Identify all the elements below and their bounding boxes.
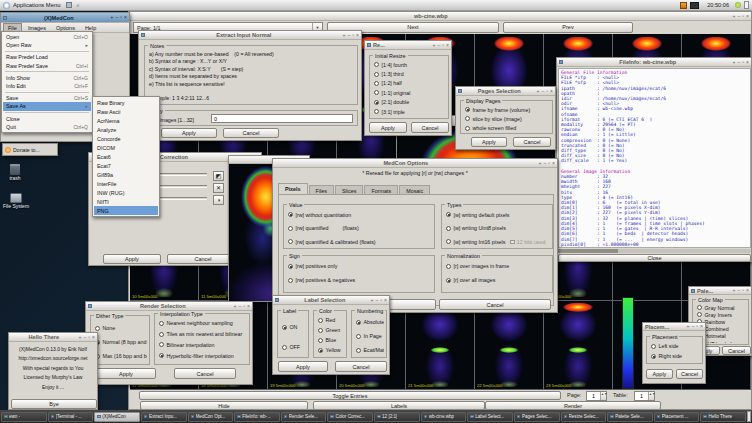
taskbar-item-pages-selec[interactable]: Pages Selec... [514,412,560,422]
apply-button[interactable]: Apply [471,137,507,147]
minimize-icon[interactable]: – [376,298,379,303]
radio-option-off[interactable]: OFF [282,337,306,356]
updates-icon[interactable] [735,2,741,8]
radio-icon[interactable] [697,305,702,310]
minimize-icon[interactable]: – [438,43,441,48]
radio-icon[interactable] [651,344,656,349]
shade-icon[interactable]: + [234,304,237,309]
radio-icon[interactable] [288,278,293,283]
radio-option-none[interactable]: None [95,321,147,335]
label-selection-titlebar[interactable]: Label Selection +–▫× [273,296,389,305]
radio-option-bilinear-interpolation[interactable]: Bilinear interpolation [159,340,247,351]
radio-option-left-side[interactable]: Left side [651,341,700,351]
menu-item-raw-binary[interactable]: Raw Binary [94,98,158,107]
maximize-icon[interactable]: ▫ [696,324,698,329]
minimize-icon[interactable]: – [542,89,545,94]
maximize-icon[interactable]: ▫ [88,335,90,340]
taskbar-item-12-2-1[interactable]: 12 [2:1] [374,412,420,422]
apply-button[interactable]: Apply [646,369,673,379]
radio-option-w-writing-uint8-pixels[interactable]: [w] writing Uint8 pixels [446,222,550,236]
taskbar-item-wb-cine-wbp[interactable]: wb-cine.wbp [421,412,467,422]
shade-icon[interactable]: + [371,298,374,303]
close-icon[interactable]: × [746,14,749,19]
palette-titlebar[interactable]: Pale... +–▫× [689,287,751,295]
radio-option-w-writing-default-pixels[interactable]: [w] writing default pixels [446,208,550,222]
cancel-button[interactable]: Cancel [411,122,449,133]
radio-icon[interactable] [282,325,287,330]
taskbar-item-extract-inpu[interactable]: Extract Inpu... [141,412,187,422]
apply-button[interactable]: Apply [369,122,407,133]
scan-cell[interactable]: 21 5m00s000 [406,301,475,390]
xmedcon-titlebar[interactable]: (X)MedCon +–▫× [1,13,129,23]
resize-titlebar[interactable]: Re... +–▫× [365,41,451,50]
close-icon[interactable]: × [92,335,95,340]
close-icon[interactable]: × [124,15,127,20]
menu-item-inw-rug[interactable]: INW (RUG) [94,188,158,197]
radio-option-yellow[interactable]: Yellow [318,345,344,355]
scan-cell[interactable]: 23 5m00s000 [544,301,613,390]
radio-option-3-1-triple[interactable]: [3:1] triple [374,107,446,116]
menu-item-raw-ascii[interactable]: Raw Ascii [94,107,158,116]
menu-item-quit[interactable]: QuitCtrl+Q [3,123,91,131]
taskbar-item-fileinfo-wb[interactable]: FileInfo: wb-... [234,412,280,422]
radio-icon[interactable] [446,264,451,269]
medcon-titlebar[interactable]: MedCon Options +–▫× [273,159,557,168]
radio-option-rw-quantified[interactable]: [rw] quantified(floats) [288,222,432,236]
spinner-arrows-icon[interactable]: ▲▼ [600,392,606,400]
placement-titlebar[interactable]: Placem... +–▫× [643,323,705,331]
taskbar-item-resize-selec[interactable]: Resize Selec... [561,412,607,422]
fileinfo-hscrollbar[interactable] [558,249,751,253]
minimize-icon[interactable]: – [116,15,119,20]
viewer-titlebar[interactable]: wb-cine.wbp +–▫× [129,12,751,21]
maximize-icon[interactable]: ▫ [742,60,744,65]
minimize-icon[interactable]: – [738,14,741,19]
radio-icon[interactable] [465,126,470,131]
radio-icon[interactable] [159,353,164,358]
checkbox-icon[interactable] [510,240,515,245]
brightness-icon[interactable]: ◩ [213,171,224,181]
maximize-icon[interactable]: ▫ [243,304,245,309]
menu-item-interfile[interactable]: InterFile [94,179,158,188]
taskbar-item-hello-there[interactable]: Hello There [700,412,746,422]
menu-item-acrnema[interactable]: AcrNema [94,116,158,125]
apply-button[interactable]: Apply [161,128,217,138]
radio-icon[interactable] [288,226,293,231]
radio-icon[interactable] [288,239,293,244]
radio-option-2-1-double[interactable]: [2:1] double [374,98,446,107]
radio-option-blue[interactable]: Blue [318,335,344,345]
radio-icon[interactable] [446,239,451,244]
table-spinner[interactable]: 1 ▲▼ [634,391,655,401]
radio-icon[interactable] [374,81,379,86]
radio-icon[interactable] [356,334,361,339]
radio-icon[interactable] [318,318,323,323]
radio-icon[interactable] [288,264,293,269]
menu-item-save[interactable]: SaveCtrl+S [3,94,91,102]
shade-icon[interactable]: + [733,60,736,65]
radio-icon[interactable] [95,326,100,331]
radio-icon[interactable] [446,226,451,231]
radio-option-green[interactable]: Green [318,325,344,335]
radio-option-hyperbolic-filter-interpolation[interactable]: Hyperbolic-filter interpolation [159,350,247,361]
close-icon[interactable]: × [746,60,749,65]
taskbar-item-terminal[interactable]: [Terminal - ... [48,412,94,422]
close-icon[interactable]: × [550,89,553,94]
close-icon[interactable]: × [746,288,749,293]
radio-icon[interactable] [159,342,164,347]
menu-item-save-as[interactable]: Save As▸ [3,102,91,110]
taskbar-item-ewn[interactable]: ewn - [1,412,47,422]
scan-cell[interactable]: 22 5m00s000 [475,301,544,390]
radio-icon[interactable] [697,312,702,317]
radio-icon[interactable] [318,338,323,343]
close-icon[interactable]: × [552,161,555,166]
radio-option-1-3-third[interactable]: [1:3] third [374,69,446,78]
radio-option-rw-positives-only[interactable]: [rw] positives only [288,259,432,273]
cancel-button[interactable]: Cancel [174,368,236,379]
apply-button[interactable]: Apply [103,254,161,264]
radio-option-1-4-fourth[interactable]: [1:4] fourth [374,60,446,69]
minimize-icon[interactable]: – [239,304,242,309]
radio-option-rw-without-quantitation[interactable]: [rw] without quantitation [288,208,432,222]
minimize-icon[interactable]: – [738,60,741,65]
cancel-button[interactable]: Cancel [439,299,551,310]
menu-item-raw-predef-load[interactable]: Raw Predef Load [3,53,91,61]
close-icon[interactable]: × [247,304,250,309]
